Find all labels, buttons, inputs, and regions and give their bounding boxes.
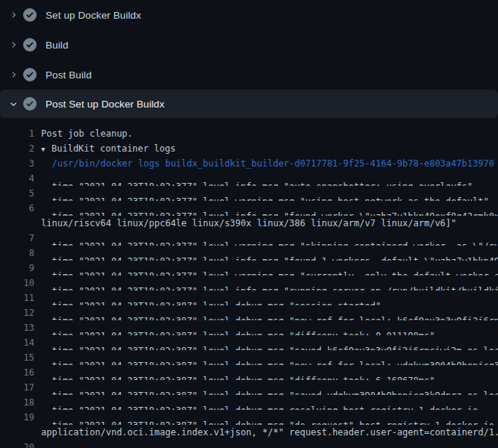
- log-line-number[interactable]: 3: [0, 156, 34, 171]
- log-line-number[interactable]: 14: [0, 335, 34, 350]
- log-line-number[interactable]: 12: [0, 305, 34, 320]
- log-line: 9 time="2021-04-23T18:02:37Z" level=warn…: [0, 261, 498, 276]
- log-line-number[interactable]: 8: [0, 246, 34, 261]
- log-line: application/vnd.oci.image.index.v1+json,…: [0, 425, 498, 440]
- check-circle-icon: [23, 8, 37, 22]
- log-line-number[interactable]: 2: [0, 141, 34, 156]
- log-area: 1 Post job cleanup. 2 ▼BuildKit containe…: [0, 118, 498, 448]
- log-line-text: application/vnd.oci.image.index.v1+json,…: [41, 427, 498, 438]
- log-line: 10 time="2021-04-23T18:02:37Z" level=inf…: [0, 276, 498, 290]
- log-line-number[interactable]: 20: [0, 440, 34, 448]
- log-line: 13 time="2021-04-23T18:02:38Z" level=deb…: [0, 320, 498, 335]
- chevron-down-icon[interactable]: [9, 99, 18, 108]
- step-title: Post Build: [46, 69, 92, 81]
- log-line: 20 time="2021-04-23T18:02:38Z" level=deb…: [0, 440, 498, 448]
- steps-list: Set up Docker Buildx Build Post Build Po…: [0, 0, 498, 118]
- log-line-number[interactable]: 18: [0, 395, 34, 410]
- log-line: 19 time="2021-04-23T18:02:38Z" level=deb…: [0, 410, 498, 425]
- step-row-set-up-docker-buildx[interactable]: Set up Docker Buildx: [0, 0, 498, 30]
- actions-log-viewer: Set up Docker Buildx Build Post Build Po…: [0, 0, 498, 448]
- step-title: Set up Docker Buildx: [46, 10, 141, 21]
- step-row-post-set-up-docker-buildx[interactable]: Post Set up Docker Buildx: [0, 90, 498, 118]
- log-line-number[interactable]: 4: [0, 171, 34, 186]
- log-line-number[interactable]: 11: [0, 290, 34, 305]
- log-line: 1 Post job cleanup.: [0, 126, 498, 141]
- log-line: 7 time="2021-04-23T18:02:37Z" level=warn…: [0, 231, 498, 246]
- log-line: 2 ▼BuildKit container logs: [0, 141, 498, 156]
- step-row-post-build[interactable]: Post Build: [0, 60, 498, 90]
- group-toggle-icon[interactable]: ▼: [41, 142, 52, 156]
- log-line: 6 time="2021-04-23T18:02:37Z" level=info…: [0, 201, 498, 216]
- log-line-text: linux/riscv64 linux/ppc64le linux/s390x …: [41, 218, 456, 228]
- step-row-build[interactable]: Build: [0, 30, 498, 60]
- log-line-number[interactable]: 15: [0, 350, 34, 365]
- log-line-number[interactable]: 9: [0, 261, 34, 276]
- chevron-right-icon[interactable]: [9, 40, 18, 49]
- log-line: 15 time="2021-04-23T18:02:38Z" level=deb…: [0, 350, 498, 365]
- log-line: 5 time="2021-04-23T18:02:37Z" level=warn…: [0, 186, 498, 201]
- log-line-text: BuildKit container logs: [52, 143, 175, 154]
- log-line-number[interactable]: 5: [0, 186, 34, 201]
- log-line: 8 time="2021-04-23T18:02:37Z" level=info…: [0, 246, 498, 261]
- log-line: 3 /usr/bin/docker logs buildx_buildkit_b…: [0, 156, 498, 171]
- log-line-text: /usr/bin/docker logs buildx_buildkit_bui…: [41, 158, 494, 169]
- log-line-number[interactable]: 10: [0, 276, 34, 290]
- chevron-right-icon[interactable]: [9, 70, 18, 79]
- log-line: 14 time="2021-04-23T18:02:38Z" level=deb…: [0, 335, 498, 350]
- step-title: Post Set up Docker Buildx: [46, 99, 164, 110]
- log-line: 16 time="2021-04-23T18:02:38Z" level=deb…: [0, 365, 498, 380]
- step-title: Build: [46, 40, 69, 51]
- check-circle-icon: [23, 68, 37, 81]
- log-line-number[interactable]: 6: [0, 201, 34, 216]
- log-line-number[interactable]: 1: [0, 126, 34, 141]
- check-circle-icon: [23, 97, 37, 111]
- log-line-number[interactable]: 19: [0, 410, 34, 425]
- log-line-number[interactable]: 7: [0, 231, 34, 246]
- log-line: 18 time="2021-04-23T18:02:38Z" level=deb…: [0, 395, 498, 410]
- log-line-number[interactable]: [0, 216, 34, 231]
- log-line-number[interactable]: 13: [0, 320, 34, 335]
- chevron-right-icon[interactable]: [9, 10, 18, 19]
- log-line: 17 time="2021-04-23T18:02:38Z" level=deb…: [0, 380, 498, 395]
- log-line-text: Post job cleanup.: [41, 128, 133, 139]
- log-line-number[interactable]: 16: [0, 365, 34, 380]
- log-line-number[interactable]: [0, 425, 34, 440]
- log-line-number[interactable]: 17: [0, 380, 34, 395]
- log-line: 12 time="2021-04-23T18:02:38Z" level=deb…: [0, 305, 498, 320]
- check-circle-icon: [23, 38, 37, 52]
- log-line: 4 time="2021-04-23T18:02:37Z" level=info…: [0, 171, 498, 186]
- log-line: 11 time="2021-04-23T18:02:38Z" level=deb…: [0, 290, 498, 305]
- log-line: linux/riscv64 linux/ppc64le linux/s390x …: [0, 216, 498, 231]
